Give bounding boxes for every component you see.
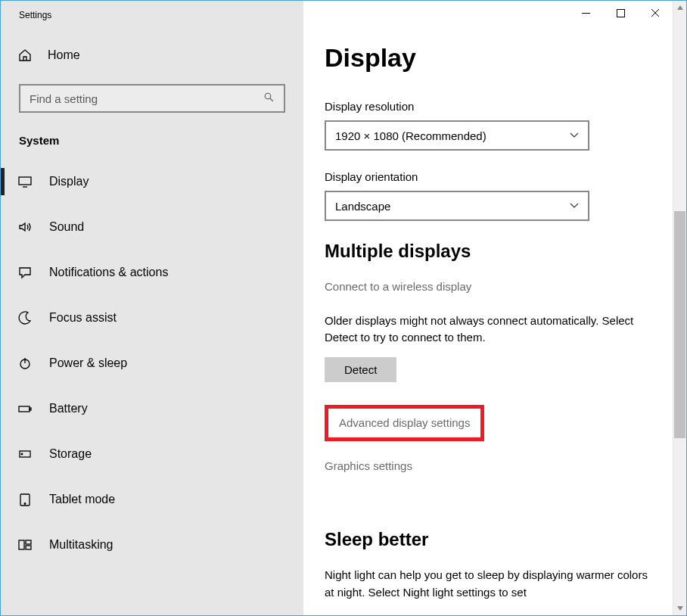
svg-point-0 [265,93,271,99]
search-input[interactable]: Find a setting [19,84,285,113]
sidebar-item-label: Display [49,175,89,188]
svg-point-11 [24,503,26,505]
close-button[interactable] [638,1,673,25]
resolution-value: 1920 × 1080 (Recommended) [335,129,486,142]
multitask-icon [17,537,33,552]
svg-rect-16 [617,9,624,17]
chat-icon [17,265,33,280]
scrollbar[interactable] [673,1,686,615]
svg-rect-14 [26,546,31,549]
detect-button[interactable]: Detect [325,357,396,382]
svg-rect-7 [30,408,31,410]
sidebar-item-label: Power & sleep [49,356,127,370]
sidebar-section-label: System [1,131,303,159]
maximize-button[interactable] [603,1,638,25]
svg-rect-13 [26,540,31,544]
moon-icon [17,310,33,325]
speaker-icon [17,219,33,235]
sidebar-item-label: Tablet mode [49,493,115,506]
home-icon [17,48,33,63]
chevron-down-icon [570,130,579,141]
sidebar-item-label: Notifications & actions [49,266,168,279]
scrollbar-down-arrow[interactable] [673,602,686,615]
sleep-better-text: Night light can help you get to sleep by… [325,567,650,601]
sidebar-item-sound[interactable]: Sound [1,204,303,250]
settings-window: Settings Home Find a setting System [0,0,687,616]
annotation-highlight: Advanced display settings [325,405,484,441]
search-icon [263,92,275,105]
resolution-select[interactable]: 1920 × 1080 (Recommended) [325,120,589,151]
monitor-icon [17,174,33,189]
older-displays-text: Older displays might not always connect … [325,313,650,347]
main-scroll: Display Display resolution 1920 × 1080 (… [303,1,673,615]
main-panel: Display Display resolution 1920 × 1080 (… [303,1,686,615]
graphics-settings-link[interactable]: Graphics settings [325,458,651,475]
titlebar-controls [568,1,673,25]
multiple-displays-heading: Multiple displays [325,241,651,262]
sidebar-item-tablet-mode[interactable]: Tablet mode [1,477,303,522]
sidebar-item-notifications[interactable]: Notifications & actions [1,250,303,295]
sidebar-item-battery[interactable]: Battery [1,386,303,431]
sidebar-item-focus-assist[interactable]: Focus assist [1,295,303,341]
advanced-display-settings-link[interactable]: Advanced display settings [339,416,470,429]
search-wrap: Find a setting [19,84,285,113]
content-row: Settings Home Find a setting System [1,1,686,615]
sidebar-item-label: Battery [49,402,88,415]
power-icon [17,356,33,371]
svg-point-9 [21,453,23,455]
svg-rect-2 [19,177,31,185]
sidebar-item-multitasking[interactable]: Multitasking [1,522,303,568]
scrollbar-thumb[interactable] [674,211,685,438]
orientation-label: Display orientation [325,170,651,183]
sidebar-item-display[interactable]: Display [1,159,303,204]
nav-home[interactable]: Home [1,36,303,75]
wireless-display-link[interactable]: Connect to a wireless display [325,278,651,296]
sidebar-item-label: Multitasking [49,538,113,552]
storage-icon [17,446,33,462]
sidebar-item-storage[interactable]: Storage [1,431,303,477]
page-title: Display [325,43,651,73]
chevron-down-icon [570,201,579,211]
tablet-icon [17,492,33,507]
orientation-select[interactable]: Landscape [325,191,589,221]
resolution-label: Display resolution [325,100,651,113]
search-placeholder: Find a setting [30,92,98,105]
scrollbar-track[interactable] [673,14,686,602]
nav-list: Display Sound Notifications & actions [1,159,303,568]
window-title: Settings [1,1,303,30]
orientation-value: Landscape [335,200,390,213]
minimize-button[interactable] [568,1,603,25]
sleep-better-heading: Sleep better [325,529,651,550]
sidebar-item-label: Focus assist [49,311,117,325]
sidebar-item-label: Storage [49,447,92,461]
svg-rect-6 [19,406,30,412]
svg-line-1 [270,98,273,101]
sidebar-item-power-sleep[interactable]: Power & sleep [1,341,303,386]
svg-rect-12 [19,540,24,549]
sidebar-item-label: Sound [49,220,84,234]
nav-home-label: Home [48,48,80,62]
sidebar: Settings Home Find a setting System [1,1,303,615]
scrollbar-up-arrow[interactable] [673,1,686,14]
battery-icon [17,401,33,416]
